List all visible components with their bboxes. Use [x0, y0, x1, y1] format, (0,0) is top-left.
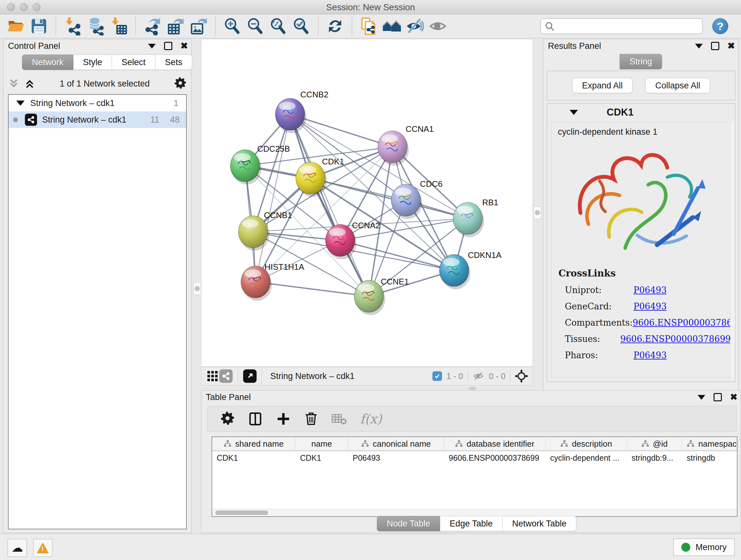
import-network-from-file-button[interactable] — [63, 17, 82, 36]
network-view-button[interactable] — [219, 369, 232, 383]
collapse-all-button[interactable]: Collapse All — [645, 78, 710, 93]
create-column-icon[interactable] — [276, 411, 291, 427]
table-tabs: Node TableEdge TableNetwork Table — [377, 516, 576, 531]
birdseye-navigator-icon[interactable] — [515, 369, 528, 383]
panel-close-icon[interactable]: ✖ — [730, 394, 738, 400]
network-node-CDKN1A[interactable]: CDKN1A — [440, 250, 502, 289]
zoom-selected-button[interactable] — [292, 17, 311, 36]
column-header-database-identifier[interactable]: database identifier — [444, 437, 546, 450]
column-header-@id[interactable]: @id — [627, 437, 682, 450]
expand-all-button[interactable]: Expand All — [572, 78, 633, 93]
tab-style[interactable]: Style — [73, 55, 112, 70]
collapse-all-icon[interactable] — [8, 78, 19, 89]
network-edge[interactable] — [256, 282, 369, 296]
table-horizontal-scrollbar[interactable] — [212, 509, 737, 516]
scrollbar-thumb[interactable] — [215, 510, 268, 515]
hide-selected-button[interactable] — [405, 17, 424, 36]
panel-collapse-icon[interactable] — [697, 395, 705, 400]
panel-collapse-icon[interactable] — [148, 44, 156, 49]
show-all-button[interactable] — [428, 17, 448, 36]
zoom-in-button[interactable] — [223, 17, 242, 36]
protein-structure-image — [561, 139, 721, 267]
warnings-button[interactable]: ! — [33, 539, 52, 557]
tree-expander-icon[interactable] — [16, 101, 24, 106]
protein-section-header[interactable]: CDK1 — [547, 104, 735, 121]
column-header-description[interactable]: description — [546, 437, 627, 450]
panel-float-icon[interactable] — [164, 42, 172, 50]
network-row-selected[interactable]: String Network – cdk1 11 48 — [9, 111, 186, 128]
expand-all-icon[interactable] — [24, 78, 36, 89]
help-button[interactable]: ? — [712, 18, 728, 34]
column-header-name[interactable]: name — [295, 437, 348, 450]
network-options-gear-icon[interactable] — [174, 77, 187, 91]
toolbar-separator — [135, 17, 136, 36]
column-header-shared-name[interactable]: shared name — [212, 437, 295, 450]
crosslink-link[interactable]: P06493 — [633, 285, 667, 295]
zoom-fit-button[interactable] — [269, 17, 288, 36]
show-columns-icon[interactable] — [248, 411, 263, 427]
network-node-CCNB2[interactable]: CCNB2 — [275, 90, 328, 133]
column-header-canonical-name[interactable]: canonical name — [348, 437, 444, 450]
export-image-button[interactable] — [189, 17, 208, 36]
tab-sets[interactable]: Sets — [155, 55, 192, 70]
network-node-RB1[interactable]: RB1 — [453, 198, 498, 237]
selected-checkbox[interactable] — [432, 371, 442, 381]
network-node-CDC25B[interactable]: CDC25B — [230, 144, 290, 185]
panel-float-icon[interactable] — [711, 42, 719, 50]
network-node-HIST1H1A[interactable]: HIST1H1A — [241, 262, 305, 301]
first-neighbors-button[interactable] — [382, 17, 401, 36]
table-toolbar: f(x) — [207, 406, 737, 432]
crosslink-link[interactable]: 9606.ENSP00000378699 — [620, 334, 731, 344]
open-session-button[interactable] — [6, 17, 25, 36]
panel-collapse-icon[interactable] — [695, 44, 703, 49]
results-scrollbar[interactable] — [730, 122, 735, 378]
table-row[interactable]: CDK1CDK1P064939606.ENSP00000378699cyclin… — [212, 451, 737, 464]
detach-view-button[interactable] — [243, 369, 257, 383]
network-collection-count: 1 — [174, 98, 179, 108]
string-network-badge-icon — [25, 114, 37, 126]
table-panel: Table Panel ✖ — [201, 390, 741, 533]
export-network-button[interactable] — [143, 17, 162, 36]
network-node-CDK1[interactable]: CDK1 — [296, 157, 344, 197]
column-header-namespace[interactable]: namespace — [682, 437, 738, 450]
column-hierarchy-icon — [361, 440, 369, 447]
panel-close-icon[interactable]: ✖ — [181, 43, 188, 49]
table-panel-header: Table Panel ✖ — [201, 390, 741, 403]
grid-view-button[interactable] — [206, 369, 219, 383]
panel-close-icon[interactable]: ✖ — [728, 43, 735, 49]
tab-network-table[interactable]: Network Table — [502, 516, 577, 531]
delete-column-icon[interactable] — [304, 411, 319, 427]
right-splitter-handle[interactable] — [534, 206, 541, 219]
tab-network[interactable]: Network — [22, 55, 73, 70]
tab-node-table[interactable]: Node Table — [377, 516, 440, 531]
network-edge[interactable] — [256, 114, 290, 282]
tab-select[interactable]: Select — [112, 55, 155, 70]
crosslink-link[interactable]: P06493 — [633, 350, 667, 360]
cloud-button[interactable]: ☁ — [8, 539, 27, 557]
network-collection-row[interactable]: String Network – cdk1 1 — [9, 95, 186, 111]
network-node-CCNB1[interactable]: CCNB1 — [239, 210, 292, 251]
network-node-CCNE1[interactable]: CCNE1 — [354, 277, 409, 315]
network-node-CCNA2[interactable]: CCNA2 — [326, 221, 380, 259]
import-network-from-database-button[interactable] — [86, 17, 105, 36]
crosslink-link[interactable]: P06493 — [633, 301, 667, 311]
network-canvas[interactable]: CCNB2CCNA1CDC25BCDK1CDC6RB1CCNB1CCNA2CDK… — [201, 39, 533, 367]
memory-button[interactable]: Memory — [673, 539, 735, 556]
table-options-gear-icon[interactable] — [220, 411, 235, 427]
search-input[interactable] — [557, 19, 699, 32]
network-edge[interactable] — [311, 178, 468, 219]
save-session-button[interactable] — [29, 17, 49, 36]
export-table-button[interactable] — [166, 17, 185, 36]
crosslink-label: Uniprot: — [558, 285, 633, 295]
section-expander-icon[interactable] — [569, 110, 578, 115]
tab-string[interactable]: String — [620, 54, 662, 69]
new-network-from-selection-button[interactable] — [359, 17, 379, 36]
node-label-CDKN1A: CDKN1A — [468, 250, 502, 260]
refresh-layout-button[interactable] — [326, 17, 345, 36]
zoom-out-button[interactable] — [246, 17, 265, 36]
crosslink-link[interactable]: 9606.ENSP00000378699 — [632, 318, 731, 327]
import-table-from-file-button[interactable] — [109, 17, 128, 36]
panel-float-icon[interactable] — [714, 393, 722, 401]
tab-edge-table[interactable]: Edge Table — [440, 516, 502, 531]
left-splitter-handle[interactable] — [193, 282, 201, 295]
